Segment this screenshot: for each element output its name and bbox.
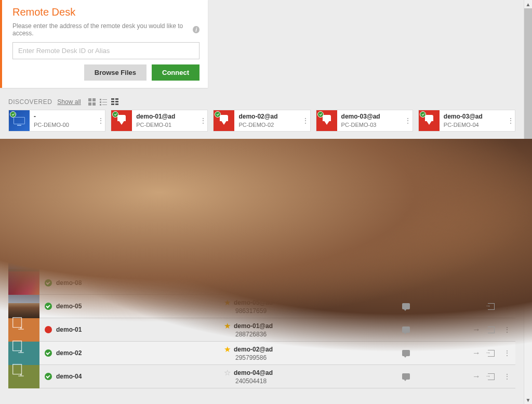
discovered-thumb — [9, 110, 30, 131]
discovered-card[interactable]: demo-03@ad PC-DEMO-03 ⋮ — [316, 110, 413, 132]
discovered-host: PC-DEMO-04 — [444, 121, 506, 128]
chat-icon[interactable] — [402, 373, 410, 380]
chat-icon[interactable] — [402, 327, 410, 333]
remote-desk-subtitle: Please enter the address of the remote d… — [12, 22, 200, 37]
address-input[interactable] — [12, 42, 200, 59]
discovered-label: DISCOVERED — [8, 98, 52, 106]
discovered-thumb — [419, 110, 440, 131]
discovered-thumb — [111, 110, 132, 131]
recent-session-row[interactable]: demo-05 ★ demo-05@ad 986317659 → ⋮ — [8, 295, 515, 318]
file-transfer-icon[interactable] — [488, 350, 495, 357]
discovered-thumb — [214, 110, 234, 131]
discovered-card[interactable]: demo-01@ad PC-DEMO-01 ⋮ — [111, 110, 208, 132]
discovered-name: demo-02@ad — [238, 113, 300, 121]
discovered-host: PC-DEMO-02 — [238, 121, 300, 128]
discovered-name: demo-01@ad — [136, 113, 198, 121]
monitor-icon — [12, 341, 22, 351]
browse-files-button[interactable]: Browse Files — [84, 64, 147, 81]
file-transfer-icon[interactable] — [488, 327, 495, 333]
chat-icon[interactable] — [402, 350, 410, 356]
discovered-show-all[interactable]: Show all — [57, 98, 81, 106]
remote-desk-title: Remote Desk — [12, 6, 200, 18]
download-icon — [423, 115, 435, 126]
more-menu-icon[interactable]: ⋮ — [506, 116, 515, 125]
file-transfer-icon[interactable] — [488, 303, 495, 310]
discovered-card[interactable]: demo-03@ad PC-DEMO-04 ⋮ — [418, 110, 515, 132]
monitor-icon — [14, 117, 25, 124]
download-icon — [218, 115, 230, 126]
discovered-name: - — [34, 113, 96, 121]
view-tiles-icon[interactable] — [88, 98, 96, 106]
view-detail-icon[interactable] — [111, 98, 118, 106]
status-ok-icon — [45, 349, 52, 357]
status-ok-icon — [45, 373, 52, 380]
remote-desk-subtitle-text: Please enter the address of the remote d… — [12, 22, 190, 37]
monitor-icon — [12, 364, 22, 374]
status-ok-icon — [45, 303, 52, 310]
view-list-icon[interactable] — [100, 98, 107, 106]
session-thumb — [8, 295, 39, 318]
more-menu-icon[interactable]: ⋮ — [96, 116, 105, 125]
discovered-thumb — [316, 110, 337, 131]
monitor-icon — [12, 317, 22, 328]
chat-icon[interactable] — [402, 303, 410, 309]
remote-desk-panel: Remote Desk Please enter the address of … — [0, 0, 208, 88]
discovered-host: PC-DEMO-03 — [341, 121, 403, 128]
discovered-host: PC-DEMO-01 — [136, 121, 198, 128]
status-busy-icon — [45, 326, 52, 333]
connect-button[interactable]: Connect — [152, 64, 200, 81]
discovered-name: demo-03@ad — [444, 113, 506, 121]
more-menu-icon[interactable]: ⋮ — [301, 116, 310, 125]
file-transfer-icon[interactable] — [488, 373, 495, 380]
more-menu-icon[interactable]: ⋮ — [403, 116, 413, 125]
info-icon[interactable]: i — [193, 26, 200, 33]
discovered-card[interactable]: - PC-DEMO-00 ⋮ — [8, 110, 105, 132]
discovered-host: PC-DEMO-00 — [34, 121, 96, 128]
more-menu-icon[interactable]: ⋮ — [198, 116, 207, 125]
discovered-card[interactable]: demo-02@ad PC-DEMO-02 ⋮ — [213, 110, 310, 132]
download-icon — [321, 115, 332, 126]
discovered-name: demo-03@ad — [341, 113, 403, 121]
download-icon — [116, 115, 127, 126]
scroll-up-icon[interactable]: ▲ — [524, 0, 532, 8]
